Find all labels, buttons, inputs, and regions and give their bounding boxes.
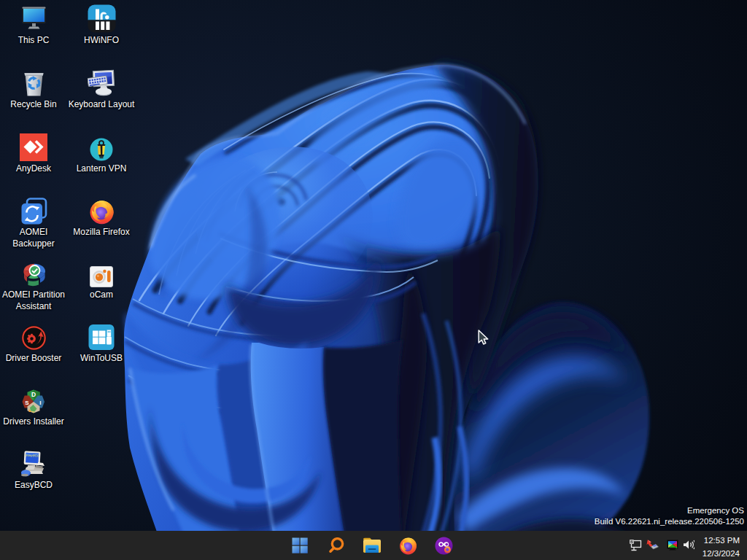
svg-text:S: S bbox=[25, 400, 29, 406]
svg-text:D: D bbox=[31, 391, 36, 398]
svg-text:I: I bbox=[39, 400, 41, 406]
svg-text:EasyBCD: EasyBCD bbox=[26, 454, 39, 458]
